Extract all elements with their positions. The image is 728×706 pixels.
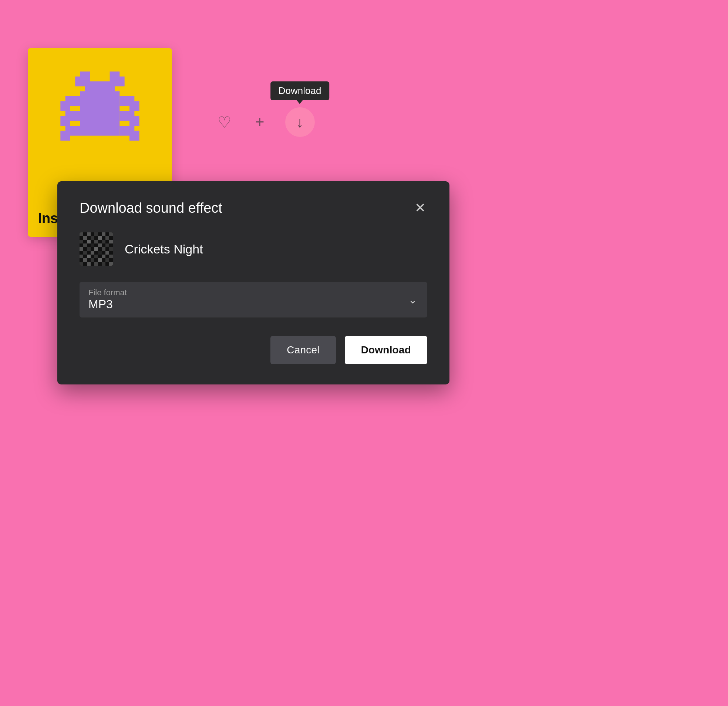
svg-rect-35 [98, 243, 102, 247]
svg-rect-49 [102, 255, 105, 258]
svg-rect-56 [87, 262, 91, 266]
svg-rect-46 [79, 255, 83, 258]
modal-title: Download sound effect [79, 200, 222, 216]
modal-close-button[interactable]: ✕ [413, 200, 427, 216]
svg-rect-5 [115, 77, 125, 87]
svg-rect-33 [83, 243, 87, 247]
thumbnail-pixel-art [79, 232, 113, 266]
svg-rect-39 [94, 247, 98, 251]
sound-item: Crickets Night [79, 232, 427, 266]
svg-rect-17 [130, 131, 139, 140]
download-arrow-icon: ↓ [296, 114, 304, 131]
plus-icon: + [255, 113, 264, 131]
svg-rect-24 [83, 236, 87, 240]
svg-rect-19 [79, 232, 83, 236]
modal-footer: Cancel Download [79, 336, 427, 364]
file-format-wrapper: File format MP3 WAV OGG FLAC ⌄ [79, 282, 427, 317]
svg-rect-15 [130, 101, 139, 111]
svg-rect-40 [102, 247, 105, 251]
svg-rect-37 [79, 247, 83, 251]
svg-rect-32 [109, 240, 113, 243]
svg-rect-38 [87, 247, 91, 251]
add-button[interactable]: + [252, 110, 267, 134]
svg-rect-30 [94, 240, 98, 243]
svg-rect-26 [98, 236, 102, 240]
modal-header: Download sound effect ✕ [79, 200, 427, 216]
svg-rect-29 [87, 240, 91, 243]
pixel-bug-art [55, 63, 144, 159]
svg-rect-12 [60, 101, 70, 111]
svg-rect-1 [85, 81, 115, 96]
cancel-button[interactable]: Cancel [270, 336, 335, 364]
svg-rect-25 [91, 236, 94, 240]
svg-rect-48 [94, 255, 98, 258]
svg-rect-28 [79, 240, 83, 243]
file-format-select[interactable]: MP3 WAV OGG FLAC [79, 282, 427, 317]
svg-rect-0 [80, 91, 120, 136]
svg-rect-45 [105, 251, 109, 255]
svg-rect-34 [91, 243, 94, 247]
sound-name: Crickets Night [125, 242, 203, 256]
svg-rect-42 [83, 251, 87, 255]
svg-rect-21 [94, 232, 98, 236]
svg-rect-44 [98, 251, 102, 255]
close-icon: ✕ [415, 201, 426, 215]
svg-rect-55 [79, 262, 83, 266]
svg-rect-27 [105, 236, 109, 240]
svg-rect-57 [94, 262, 98, 266]
heart-icon: ♡ [218, 113, 231, 132]
svg-rect-22 [102, 232, 105, 236]
svg-rect-50 [109, 255, 113, 258]
svg-rect-13 [60, 116, 70, 126]
download-modal: Download sound effect ✕ [57, 181, 449, 385]
svg-rect-51 [83, 258, 87, 262]
svg-rect-36 [105, 243, 109, 247]
svg-rect-59 [109, 262, 113, 266]
svg-rect-14 [60, 131, 70, 140]
action-icons-row: ♡ + Download ↓ [215, 107, 315, 137]
download-button[interactable]: Download ↓ [285, 107, 315, 137]
svg-rect-54 [105, 258, 109, 262]
download-tooltip: Download [270, 81, 329, 100]
sound-thumbnail [79, 232, 113, 266]
download-confirm-button[interactable]: Download [345, 336, 427, 364]
svg-rect-23 [109, 232, 113, 236]
svg-rect-41 [109, 247, 113, 251]
svg-rect-47 [87, 255, 91, 258]
svg-rect-16 [130, 116, 139, 126]
svg-rect-4 [75, 77, 85, 87]
svg-rect-58 [102, 262, 105, 266]
svg-rect-31 [102, 240, 105, 243]
like-button[interactable]: ♡ [215, 110, 234, 134]
svg-rect-20 [87, 232, 91, 236]
svg-rect-53 [98, 258, 102, 262]
svg-rect-43 [91, 251, 94, 255]
svg-rect-52 [91, 258, 94, 262]
